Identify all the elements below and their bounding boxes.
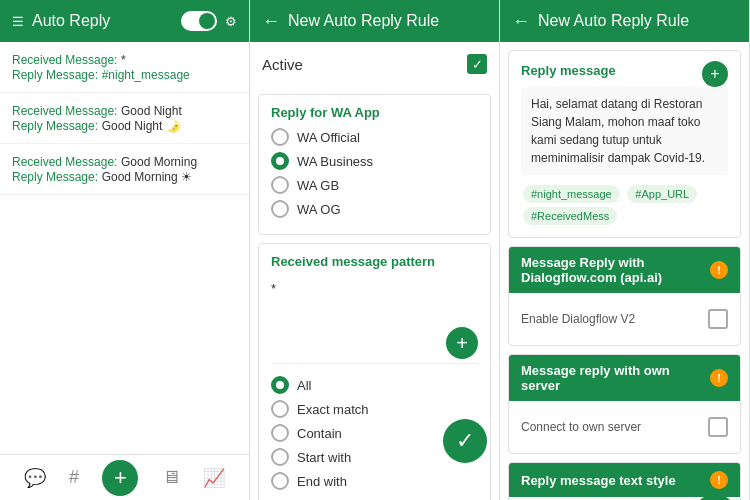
panel1-bottom-bar: 💬 # + 🖥 📈 (0, 454, 249, 500)
menu-icon[interactable]: ☰ (12, 14, 24, 29)
dialogflow-body: Enable Dialogflow V2 (509, 293, 740, 345)
text-style-section: Reply message text style ! Auto Reply (508, 462, 741, 500)
panel-new-rule-right: ← New Auto Reply Rule Reply message + Ha… (500, 0, 750, 500)
panel1-content: Received Message: * Reply Message: #nigh… (0, 42, 249, 454)
reply-message-section: Reply message + Hai, selamat datang di R… (508, 50, 741, 238)
add-reply-button[interactable]: + (702, 61, 728, 87)
reply-label: Reply Message: Good Night 🌛 (12, 118, 237, 133)
received-label: Received Message: * (12, 52, 237, 67)
hashtag-icon[interactable]: # (69, 467, 79, 488)
reply-message-title: Reply message (521, 63, 616, 78)
panel1-header: ☰ Auto Reply ⚙ (0, 0, 249, 42)
wa-og-radio[interactable] (271, 200, 289, 218)
panel3-title: New Auto Reply Rule (538, 12, 737, 30)
panel-auto-reply: ☰ Auto Reply ⚙ Received Message: * Reply… (0, 0, 250, 500)
panel2-body: Active ✓ Reply for WA App WA Official WA… (250, 42, 499, 500)
own-server-checkbox[interactable] (708, 417, 728, 437)
wa-official-option[interactable]: WA Official (271, 128, 478, 146)
received-label: Received Message: Good Night (12, 103, 237, 118)
wa-official-radio[interactable] (271, 128, 289, 146)
exact-match-option[interactable]: Exact match (271, 400, 478, 418)
panel-new-rule-left: ← New Auto Reply Rule Active ✓ Reply for… (250, 0, 500, 500)
list-item[interactable]: Received Message: Good Night Reply Messa… (0, 93, 249, 144)
dialogflow-header: Message Reply with Dialogflow.com (api.a… (509, 247, 740, 293)
desktop-icon[interactable]: 🖥 (162, 467, 180, 488)
panel3-header: ← New Auto Reply Rule (500, 0, 749, 42)
tag-chip[interactable]: #App_URL (627, 185, 697, 203)
add-pattern-button[interactable]: + (446, 327, 478, 359)
text-style-info-icon[interactable]: ! (710, 471, 728, 489)
toggle-switch[interactable] (181, 11, 217, 31)
panel1-title: Auto Reply (32, 12, 173, 30)
own-server-section: Message reply with own server ! Connect … (508, 354, 741, 454)
contain-radio[interactable] (271, 424, 289, 442)
panel3-scroll: Reply message + Hai, selamat datang di R… (500, 42, 749, 500)
reply-tags: #night_message #App_URL #ReceivedMess (521, 183, 728, 227)
dialogflow-title: Message Reply with Dialogflow.com (api.a… (521, 255, 710, 285)
wa-business-option[interactable]: WA Business (271, 152, 478, 170)
dialogflow-label: Enable Dialogflow V2 (521, 312, 635, 326)
end-with-radio[interactable] (271, 472, 289, 490)
reply-for-wa-app-section: Reply for WA App WA Official WA Business… (258, 94, 491, 235)
active-checkbox[interactable]: ✓ (467, 54, 487, 74)
dialogflow-section: Message Reply with Dialogflow.com (api.a… (508, 246, 741, 346)
active-row[interactable]: Active ✓ (250, 42, 499, 86)
end-with-option[interactable]: End with (271, 472, 478, 490)
reply-label: Reply Message: #night_message (12, 67, 237, 82)
add-button[interactable]: + (102, 460, 138, 496)
wa-gb-option[interactable]: WA GB (271, 176, 478, 194)
tag-chip[interactable]: #ReceivedMess (523, 207, 617, 225)
wa-og-option[interactable]: WA OG (271, 200, 478, 218)
pattern-title: Received message pattern (271, 254, 478, 269)
panel3-body: Reply message + Hai, selamat datang di R… (500, 42, 749, 500)
chat-icon[interactable]: 💬 (24, 467, 46, 489)
panel2-header: ← New Auto Reply Rule (250, 0, 499, 42)
wa-business-radio[interactable] (271, 152, 289, 170)
start-with-label: Start with (297, 450, 351, 465)
pattern-text: * (271, 277, 478, 327)
list-item[interactable]: Received Message: Good Morning Reply Mes… (0, 144, 249, 195)
reply-message-text: Hai, selamat datang di Restoran Siang Ma… (521, 87, 728, 175)
panel2-title: New Auto Reply Rule (288, 12, 487, 30)
exact-match-label: Exact match (297, 402, 369, 417)
dialogflow-enable-row[interactable]: Enable Dialogflow V2 (521, 303, 728, 335)
wa-og-label: WA OG (297, 202, 341, 217)
end-with-label: End with (297, 474, 347, 489)
wa-business-label: WA Business (297, 154, 373, 169)
all-option[interactable]: All (271, 376, 478, 394)
reply-label: Reply Message: Good Morning ☀ (12, 169, 237, 184)
start-with-radio[interactable] (271, 448, 289, 466)
exact-match-radio[interactable] (271, 400, 289, 418)
own-server-title: Message reply with own server (521, 363, 710, 393)
all-label: All (297, 378, 311, 393)
gear-icon[interactable]: ⚙ (225, 14, 237, 29)
back-arrow-icon[interactable]: ← (262, 11, 280, 32)
list-item[interactable]: Received Message: * Reply Message: #nigh… (0, 42, 249, 93)
dialogflow-checkbox[interactable] (708, 309, 728, 329)
contain-label: Contain (297, 426, 342, 441)
tag-chip[interactable]: #night_message (523, 185, 620, 203)
back-arrow-icon[interactable]: ← (512, 11, 530, 32)
text-style-title: Reply message text style (521, 473, 676, 488)
all-radio[interactable] (271, 376, 289, 394)
active-label: Active (262, 56, 303, 73)
own-server-label: Connect to own server (521, 420, 641, 434)
wa-gb-radio[interactable] (271, 176, 289, 194)
own-server-connect-row[interactable]: Connect to own server (521, 411, 728, 443)
own-server-info-icon[interactable]: ! (710, 369, 728, 387)
text-style-header: Reply message text style ! (509, 463, 740, 497)
panel2-fab-check[interactable]: ✓ (443, 419, 487, 463)
own-server-body: Connect to own server (509, 401, 740, 453)
own-server-header: Message reply with own server ! (509, 355, 740, 401)
reply-wa-app-title: Reply for WA App (271, 105, 478, 120)
wa-gb-label: WA GB (297, 178, 339, 193)
dialogflow-info-icon[interactable]: ! (710, 261, 728, 279)
received-label: Received Message: Good Morning (12, 154, 237, 169)
wa-official-label: WA Official (297, 130, 360, 145)
stats-icon[interactable]: 📈 (203, 467, 225, 489)
